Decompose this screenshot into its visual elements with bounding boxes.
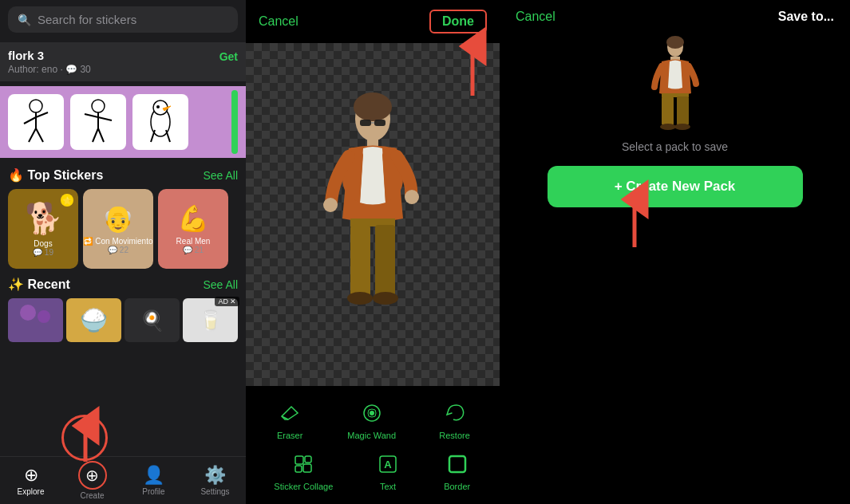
svg-point-30	[373, 292, 398, 305]
editor-done-button[interactable]: Done	[429, 10, 487, 33]
recent-thumb-3[interactable]: 🍳	[125, 298, 180, 342]
recent-thumb-2[interactable]: 🍚	[66, 298, 121, 342]
tools-row-2: Sticker Collage A Text Border	[246, 445, 500, 496]
sticker-emoji-con: 👴	[102, 203, 134, 234]
svg-point-32	[405, 190, 419, 204]
select-pack-text: Select a pack to save	[622, 140, 728, 153]
recent-thumb-1[interactable]	[8, 298, 63, 342]
recent-header: ✨ Recent See All	[0, 272, 246, 295]
top-stickers-header: 🔥 Top Stickers See All	[0, 163, 246, 186]
sticker-thumb-2	[70, 94, 126, 150]
svg-rect-35	[295, 456, 303, 464]
ad-text: AD	[218, 297, 228, 305]
text-icon: A	[374, 450, 402, 478]
svg-text:A: A	[384, 459, 392, 471]
search-placeholder: Search for stickers	[38, 13, 136, 26]
top-stickers-grid: ⭐ 🐕 Dogs 💬 19 👴 🔁 Con Movimiento 💬 22 💪 …	[0, 186, 246, 272]
sticker-card-dogs[interactable]: ⭐ 🐕 Dogs 💬 19	[8, 189, 78, 269]
search-bar[interactable]: 🔍 Search for stickers	[8, 6, 238, 33]
pack-name: flork 3	[8, 49, 91, 62]
svg-point-14	[156, 105, 160, 108]
sticker-badge: ⭐	[61, 194, 73, 207]
sticker-emoji-dogs: 🐕	[25, 201, 62, 236]
svg-rect-36	[305, 456, 311, 463]
svg-line-8	[85, 114, 98, 117]
nav-profile[interactable]: 👤 Profile	[123, 457, 184, 504]
svg-rect-38	[303, 464, 311, 472]
left-panel: 🔍 Search for stickers flork 3 Author: en…	[0, 0, 246, 504]
svg-rect-37	[295, 466, 302, 472]
svg-point-19	[38, 310, 50, 323]
border-tool[interactable]: Border	[443, 450, 472, 491]
svg-rect-47	[677, 96, 689, 125]
border-label: Border	[444, 482, 470, 491]
tools-row-1: Eraser Magic Wand	[246, 394, 500, 445]
editor-top-bar: Cancel Done	[246, 0, 500, 43]
editor-tools: Eraser Magic Wand	[246, 386, 500, 504]
nav-settings[interactable]: ⚙️ Settings	[184, 457, 246, 504]
svg-line-4	[29, 128, 36, 142]
magic-wand-tool[interactable]: Magic Wand	[347, 399, 396, 440]
border-icon	[443, 450, 472, 478]
right-cancel-button[interactable]: Cancel	[516, 10, 555, 24]
settings-icon: ⚙️	[204, 465, 226, 486]
nav-explore[interactable]: ⊕ Explore	[0, 457, 61, 504]
recent-emoji-4: 🥛	[199, 309, 223, 332]
svg-point-34	[370, 411, 374, 415]
create-new-pack-button[interactable]: + Create New Pack	[548, 166, 803, 207]
restore-tool[interactable]: Restore	[439, 399, 470, 440]
svg-line-10	[93, 128, 98, 142]
svg-point-48	[660, 124, 676, 130]
restore-label: Restore	[439, 431, 470, 440]
eraser-icon	[275, 399, 304, 427]
create-icon: ⊕	[85, 466, 99, 485]
recent-see-all[interactable]: See All	[203, 278, 238, 291]
pack-info: flork 3 Author: eno · 💬 30	[8, 49, 91, 75]
pack-stickers-row	[0, 86, 246, 158]
sticker-comments-dogs: 💬 19	[33, 248, 53, 257]
svg-rect-46	[662, 96, 674, 125]
text-tool[interactable]: A Text	[374, 450, 402, 491]
restore-icon	[441, 399, 469, 427]
sticker-thumb-1	[8, 94, 64, 150]
svg-rect-23	[374, 120, 385, 126]
pack-get-button[interactable]: Get	[219, 49, 238, 63]
editor-cancel-button[interactable]: Cancel	[259, 14, 298, 29]
sticker-collage-tool[interactable]: Sticker Collage	[274, 450, 333, 491]
recent-emoji-3: 🍳	[140, 309, 164, 332]
recent-thumbnails: 🍚 🍳 🥛 AD ✕	[0, 295, 246, 345]
sticker-thumb-3	[132, 94, 188, 150]
ad-close[interactable]: ✕	[230, 297, 236, 305]
create-label: Create	[80, 491, 104, 500]
sticker-card-con-movimiento[interactable]: 👴 🔁 Con Movimiento 💬 22	[83, 189, 153, 269]
settings-label: Settings	[200, 487, 229, 496]
create-highlight	[61, 415, 108, 461]
svg-rect-41	[449, 456, 465, 472]
svg-point-0	[30, 100, 42, 112]
magic-wand-label: Magic Wand	[347, 431, 396, 440]
svg-point-6	[92, 100, 105, 112]
editor-canvas[interactable]	[246, 43, 500, 386]
eraser-tool[interactable]: Eraser	[275, 399, 304, 440]
svg-line-11	[98, 128, 104, 142]
svg-line-9	[98, 117, 112, 120]
svg-rect-17	[12, 301, 60, 341]
person-svg	[309, 91, 437, 338]
save-to-label: Save to...	[778, 10, 834, 24]
svg-point-49	[674, 124, 690, 130]
ad-badge: AD ✕	[215, 297, 239, 306]
editor-panel: Cancel Done	[246, 0, 500, 504]
pack-author: Author: eno · 💬 30	[8, 64, 91, 75]
svg-line-5	[36, 128, 43, 142]
top-stickers-see-all[interactable]: See All	[203, 169, 238, 182]
pack-card: flork 3 Author: eno · 💬 30 Get	[0, 42, 246, 81]
svg-point-18	[20, 305, 36, 321]
magic-wand-icon	[358, 399, 386, 427]
nav-create[interactable]: ⊕ Create	[61, 457, 123, 504]
recent-emoji-2: 🍚	[80, 307, 108, 333]
bottom-nav: ⊕ Explore ⊕ Create 👤 Profile ⚙️ Settings	[0, 456, 246, 504]
sticker-card-real-men[interactable]: 💪 Real Men 💬 21	[158, 189, 228, 269]
right-panel: Cancel Save to... Select a pack to save …	[500, 0, 850, 504]
preview-image	[643, 40, 707, 128]
sticker-collage-icon	[289, 450, 318, 478]
